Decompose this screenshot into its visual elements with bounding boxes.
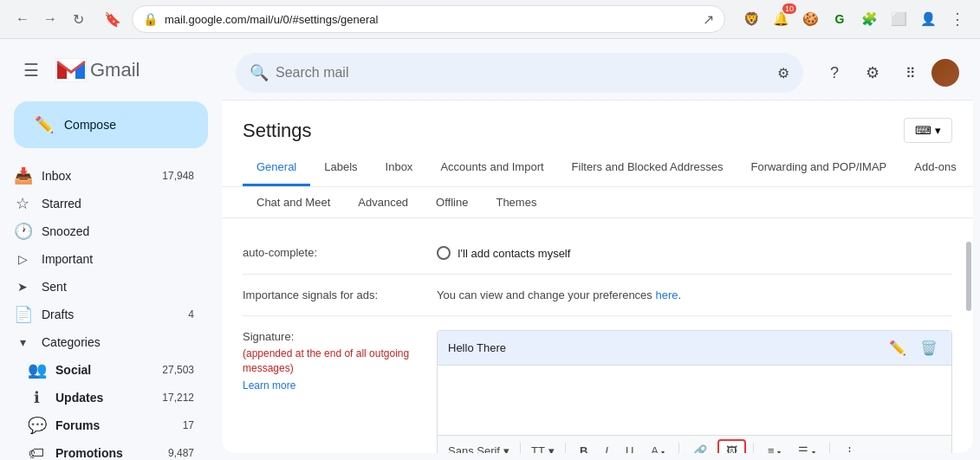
tab-forwarding[interactable]: Forwarding and POP/IMAP <box>737 150 900 186</box>
sidebar-item-drafts[interactable]: 📄 Drafts 4 <box>0 301 208 328</box>
compose-button[interactable]: ✏️ Compose <box>14 101 208 148</box>
font-family-chevron: ▾ <box>503 444 509 453</box>
autocomplete-option: I'll add contacts myself <box>437 246 952 260</box>
bold-button[interactable]: B <box>573 441 594 453</box>
sidebar-item-promotions[interactable]: 🏷 Promotions 9,487 <box>0 439 208 460</box>
text-color-button[interactable]: A ▾ <box>644 441 672 453</box>
sidebar-item-sent[interactable]: ➤ Sent <box>0 273 208 301</box>
sidebar: ☰ Gmail ✏️ Compose 📥 Inbox 17,9 <box>0 39 222 460</box>
search-bar[interactable]: 🔍 ⚙ <box>236 53 803 93</box>
sidebar-item-important[interactable]: ▷ Important <box>0 245 208 273</box>
search-icon: 🔍 <box>250 63 269 82</box>
font-size-label: TT <box>531 444 545 453</box>
menu-button[interactable]: ⋮ <box>945 7 970 31</box>
settings-container: Settings ⌨ ▾ General Labels Inbox Accoun… <box>222 100 973 453</box>
forums-label: Forums <box>55 418 172 432</box>
search-filter-icon[interactable]: ⚙ <box>777 65 789 81</box>
keyboard-shortcut-label: ▾ <box>935 124 941 137</box>
sidebar-item-forums[interactable]: 💬 Forums 17 <box>0 411 208 439</box>
signature-delete-button[interactable]: 🗑️ <box>917 338 941 358</box>
tab-general[interactable]: General <box>243 150 310 186</box>
keyboard-shortcut-button[interactable]: ⌨ ▾ <box>904 118 952 143</box>
sidebar-toggle-button[interactable]: ⬜ <box>886 7 911 31</box>
subtab-themes[interactable]: Themes <box>482 187 550 217</box>
signature-toolbar: Sans Serif ▾ TT ▾ B <box>438 435 951 453</box>
user-avatar-button[interactable] <box>931 59 959 87</box>
address-bar[interactable]: 🔒 mail.google.com/mail/u/0/#settings/gen… <box>132 5 725 33</box>
starred-label: Starred <box>42 197 194 211</box>
italic-label: I <box>605 444 608 453</box>
toolbar-separator-4 <box>753 443 754 454</box>
brave-shield-button[interactable]: 🦁 <box>739 7 763 31</box>
settings-header: Settings ⌨ ▾ <box>222 100 973 143</box>
signature-learn-more-link[interactable]: Learn more <box>243 379 416 392</box>
profile-button[interactable]: 👤 <box>916 7 940 31</box>
importance-here-link[interactable]: here <box>655 288 678 301</box>
sidebar-item-snoozed[interactable]: 🕐 Snoozed <box>0 217 208 245</box>
font-family-selector[interactable]: Sans Serif ▾ <box>445 441 513 453</box>
italic-button[interactable]: I <box>598 441 615 453</box>
toolbar-separator-2 <box>565 443 566 454</box>
more-options-button[interactable]: ⋮ <box>837 441 862 453</box>
main-content: 🔍 ⚙ ? ⚙ ⠿ Settings ⌨ ▾ <box>222 46 973 453</box>
autocomplete-radio[interactable] <box>437 246 451 260</box>
apps-button[interactable]: ⠿ <box>893 55 928 90</box>
subtab-offline[interactable]: Offline <box>422 187 482 217</box>
sidebar-item-inbox[interactable]: 📥 Inbox 17,948 <box>0 162 208 190</box>
underline-button[interactable]: U <box>619 441 640 453</box>
sidebar-item-updates[interactable]: ℹ Updates 17,212 <box>0 384 208 411</box>
signature-list: Hello There ✏️ 🗑️ <box>437 330 952 453</box>
tab-addons[interactable]: Add-ons <box>900 150 970 186</box>
autocomplete-text: I'll add contacts myself <box>458 247 570 260</box>
subtab-chat-meet[interactable]: Chat and Meet <box>243 187 344 217</box>
importance-value: You can view and change your preferences… <box>437 288 952 301</box>
settings-content: auto-complete: I'll add contacts myself … <box>222 218 973 453</box>
font-size-selector[interactable]: TT ▾ <box>528 441 558 453</box>
bookmark-button[interactable]: 🔖 <box>101 7 125 31</box>
signature-label-desc: (appended at the end of all outgoing mes… <box>243 347 416 376</box>
compose-label: Compose <box>64 118 116 132</box>
tab-accounts[interactable]: Accounts and Import <box>426 150 557 186</box>
extensions-button[interactable]: 🧩 <box>857 7 881 31</box>
help-button[interactable]: ? <box>817 55 852 90</box>
link-button[interactable]: 🔗 <box>686 441 714 453</box>
list-icon: ☰ <box>798 444 808 453</box>
signature-edit-area[interactable] <box>438 366 951 435</box>
bold-label: B <box>580 444 587 453</box>
link-icon: 🔗 <box>693 444 707 453</box>
tab-labels[interactable]: Labels <box>310 150 371 186</box>
hamburger-menu-button[interactable]: ☰ <box>14 53 49 87</box>
tab-inbox[interactable]: Inbox <box>372 150 427 186</box>
back-button[interactable]: ← <box>10 7 35 31</box>
updates-label: Updates <box>55 391 152 405</box>
scrollbar-thumb[interactable] <box>966 242 971 311</box>
sidebar-item-social[interactable]: 👥 Social 27,503 <box>0 356 208 384</box>
starred-icon: ☆ <box>14 194 31 213</box>
social-count: 27,503 <box>162 364 194 376</box>
settings-button[interactable]: ⚙ <box>855 55 890 90</box>
signature-edit-button[interactable]: ✏️ <box>886 338 910 358</box>
toolbar-separator-1 <box>520 443 521 454</box>
app-container: ☰ Gmail ✏️ Compose 📥 Inbox 17,9 <box>0 39 980 460</box>
subtab-advanced[interactable]: Advanced <box>344 187 422 217</box>
toolbar-separator-3 <box>678 443 679 454</box>
gmail-logo[interactable]: Gmail <box>55 58 140 82</box>
signature-item[interactable]: Hello There ✏️ 🗑️ <box>438 331 951 366</box>
signature-item-actions: ✏️ 🗑️ <box>886 338 941 358</box>
sidebar-item-starred[interactable]: ☆ Starred <box>0 190 208 217</box>
search-input[interactable] <box>276 65 770 81</box>
sidebar-item-categories[interactable]: ▾ Categories <box>0 328 208 356</box>
list-button[interactable]: ☰ ▾ <box>791 441 822 453</box>
align-button[interactable]: ≡ ▾ <box>761 441 788 453</box>
forward-button[interactable]: → <box>38 7 62 31</box>
tab-filters[interactable]: Filters and Blocked Addresses <box>558 150 737 186</box>
image-button[interactable]: 🖼 <box>717 439 746 453</box>
grammarly-button[interactable]: G <box>827 7 852 31</box>
signature-name: Hello There <box>448 341 506 354</box>
cookie-icon[interactable]: 🍪 <box>798 7 822 31</box>
keyboard-icon: ⌨ <box>915 124 931 137</box>
importance-label: Importance signals for ads: <box>243 288 416 301</box>
signature-row: Signature: (appended at the end of all o… <box>243 316 952 453</box>
reload-button[interactable]: ↻ <box>66 7 90 31</box>
settings-subtabs: Chat and Meet Advanced Offline Themes <box>222 187 973 218</box>
